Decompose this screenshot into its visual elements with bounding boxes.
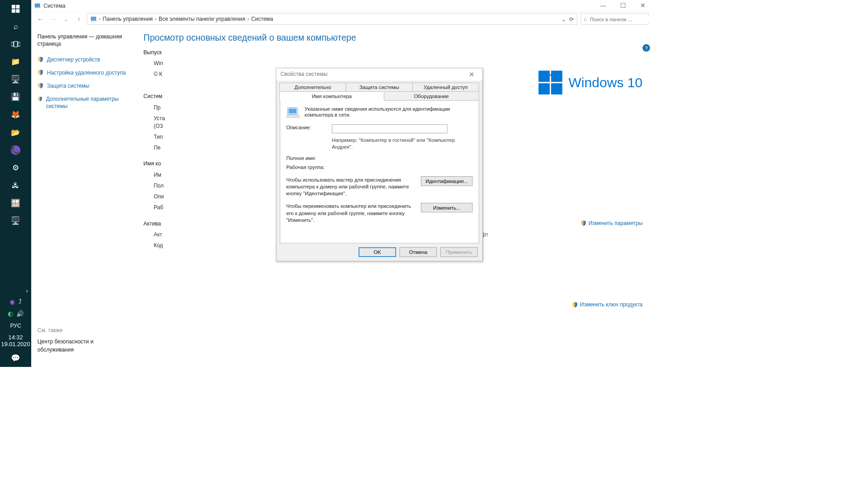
taskbar-app-3[interactable]: 💾 — [0, 89, 31, 106]
dialog-close-button[interactable]: ✕ — [465, 70, 478, 79]
tab-advanced[interactable]: Дополнительно — [279, 83, 346, 92]
nav-history-dropdown[interactable]: ⌄ — [61, 14, 71, 24]
svg-rect-8 — [35, 7, 41, 8]
dialog-intro-text: Указанные ниже сведения используются для… — [305, 106, 472, 120]
titlebar: Система — ☐ ✕ — [31, 0, 653, 12]
svg-rect-5 — [14, 42, 18, 47]
tray-icon[interactable]: ◐ — [8, 310, 13, 318]
notifications-icon[interactable]: 💬 — [0, 349, 31, 367]
ok-button[interactable]: OK — [359, 247, 396, 257]
taskbar-app-2[interactable]: 🖥️ — [0, 70, 31, 88]
cancel-button[interactable]: Отмена — [400, 247, 437, 257]
search-icon[interactable]: ⌕ — [0, 18, 31, 35]
breadcrumb-item[interactable]: Система — [251, 16, 273, 22]
main-panel: Просмотр основных сведений о вашем компь… — [133, 27, 653, 367]
system-window: Система — ☐ ✕ ← → ⌄ ↑ › Панель управлени… — [31, 0, 653, 367]
fullname-label: Полное имя: — [286, 155, 327, 161]
tab-computer-name[interactable]: Имя компьютера — [279, 92, 384, 101]
text-fragment: Win — [154, 58, 642, 69]
tab-remote[interactable]: Удаленный доступ — [412, 83, 479, 92]
shield-icon — [38, 70, 44, 76]
tray-icon[interactable]: ⤴ — [19, 298, 22, 306]
window-icon — [35, 3, 41, 9]
close-button[interactable]: ✕ — [636, 2, 649, 9]
taskbar-app-explorer[interactable]: 📁 — [0, 53, 31, 70]
description-input[interactable] — [332, 124, 448, 133]
shield-icon — [580, 220, 587, 226]
search-input[interactable] — [590, 16, 653, 22]
dialog-tabs: Дополнительно Защита системы Удаленный д… — [280, 83, 479, 101]
description-label: Описание: — [286, 124, 327, 130]
tray-icon[interactable]: ◉ — [9, 298, 15, 306]
change-product-key-link[interactable]: Изменить ключ продукта — [572, 302, 643, 308]
tray-volume-icon[interactable]: 🔊 — [16, 310, 24, 318]
language-indicator[interactable]: РУС — [0, 319, 31, 333]
taskbar-app-firefox[interactable]: 🦊 — [0, 106, 31, 124]
identification-button[interactable]: Идентификация... — [421, 176, 472, 186]
shield-icon — [38, 56, 44, 63]
tray-expand-icon[interactable]: › — [0, 286, 31, 296]
taskbar-app-8[interactable]: 🖧 — [0, 177, 31, 194]
see-also-section: См. также Центр безопасности и обслужива… — [38, 327, 126, 353]
maximize-button[interactable]: ☐ — [616, 2, 630, 9]
refresh-icon[interactable]: ⟳ — [569, 16, 574, 22]
tab-hardware[interactable]: Оборудование — [384, 92, 479, 101]
system-tray: ◉⤴ ◐🔊 — [0, 296, 31, 319]
taskbar-app-9[interactable]: 🪟 — [0, 194, 31, 212]
wizard-text-2: Чтобы переименовать компьютер или присое… — [286, 203, 417, 224]
nav-up-button[interactable]: ↑ — [74, 14, 84, 24]
minimize-button[interactable]: — — [596, 2, 610, 9]
description-hint: Например: "Компьютер в гостиной" или "Ко… — [332, 136, 472, 150]
taskview-icon[interactable] — [0, 35, 31, 53]
windows-logo-icon — [538, 70, 562, 94]
shield-icon — [572, 302, 578, 308]
address-dropdown-icon[interactable]: ⌄ — [561, 16, 566, 22]
chevron-right-icon: › — [99, 16, 101, 22]
taskbar-app-viber[interactable]: 📞 — [0, 141, 31, 159]
svg-rect-2 — [12, 9, 15, 13]
sidebar-item-advanced[interactable]: Дополнительные параметры системы — [38, 96, 127, 110]
address-bar[interactable]: › Панель управления › Все элементы панел… — [87, 13, 577, 25]
search-box[interactable]: ⌕ — [580, 13, 648, 25]
sidebar-item-protection[interactable]: Защита системы — [38, 83, 127, 90]
computer-icon — [286, 106, 300, 120]
search-icon: ⌕ — [584, 16, 587, 22]
dialog-body: Указанные ниже сведения используются для… — [280, 101, 479, 244]
start-button[interactable] — [0, 0, 31, 18]
nav-back-button[interactable]: ← — [35, 14, 45, 24]
taskbar: ⌕ 📁 🖥️ 💾 🦊 📂 📞 ⚙ 🖧 🪟 🖥️ › ◉⤴ ◐🔊 РУС 14:3… — [0, 0, 31, 367]
control-panel-icon — [91, 16, 97, 22]
see-also-link[interactable]: Центр безопасности и обслуживания — [38, 338, 126, 353]
breadcrumb-item[interactable]: Панель управления — [103, 16, 153, 22]
dialog-button-row: OK Отмена Применить — [276, 243, 482, 261]
svg-rect-4 — [11, 42, 14, 46]
sidebar-item-device-manager[interactable]: Диспетчер устройств — [38, 56, 127, 64]
nav-toolbar: ← → ⌄ ↑ › Панель управления › Все элемен… — [31, 12, 653, 27]
taskbar-app-settings[interactable]: ⚙ — [0, 159, 31, 177]
control-panel-home-link[interactable]: Панель управления — домашняя страница — [38, 33, 127, 47]
chevron-right-icon: › — [247, 16, 249, 22]
workgroup-label: Рабочая группа: — [286, 164, 327, 170]
wizard-text-1: Чтобы использовать мастер для присоедине… — [286, 176, 417, 197]
svg-rect-10 — [91, 20, 97, 21]
system-properties-dialog: Свойства системы ✕ Дополнительно Защита … — [276, 68, 483, 261]
svg-rect-0 — [12, 5, 15, 9]
taskbar-clock[interactable]: 14:32 19.01.2020 — [0, 332, 31, 349]
apply-button[interactable]: Применить — [440, 247, 478, 257]
change-settings-link[interactable]: Изменить параметры — [580, 220, 643, 226]
change-button[interactable]: Изменить... — [421, 203, 472, 212]
nav-forward-button[interactable]: → — [48, 14, 58, 24]
svg-rect-13 — [286, 115, 300, 117]
page-title: Просмотр основных сведений о вашем компь… — [143, 33, 642, 43]
sidebar-item-remote[interactable]: Настройка удаленного доступа — [38, 70, 127, 77]
svg-rect-1 — [16, 5, 19, 9]
svg-rect-12 — [288, 108, 296, 113]
taskbar-app-5[interactable]: 📂 — [0, 124, 31, 141]
windows-logo-text: Windows 10 — [568, 75, 642, 90]
tab-protection[interactable]: Защита системы — [346, 83, 413, 92]
chevron-right-icon: › — [155, 16, 156, 22]
window-title: Система — [43, 3, 65, 9]
breadcrumb-item[interactable]: Все элементы панели управления — [159, 16, 245, 22]
taskbar-app-10[interactable]: 🖥️ — [0, 212, 31, 230]
dialog-title: Свойства системы — [280, 71, 327, 78]
